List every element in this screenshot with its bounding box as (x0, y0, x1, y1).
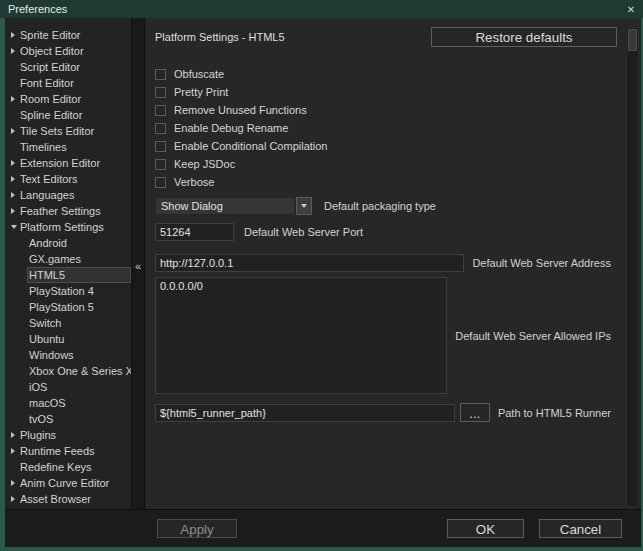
checkbox-row-verbose[interactable]: Verbose (155, 173, 611, 191)
sidebar-item-languages[interactable]: Languages (5, 187, 131, 203)
sidebar-item-redefine-keys[interactable]: Redefine Keys (5, 459, 131, 475)
runner-path-input[interactable] (155, 404, 455, 422)
close-icon[interactable]: ✕ (619, 4, 643, 15)
checkbox-row-obfuscate[interactable]: Obfuscate (155, 65, 611, 83)
collapse-sidebar-icon[interactable]: « (132, 260, 144, 272)
chevron-right-icon[interactable] (11, 96, 20, 102)
checkbox-label: Obfuscate (174, 68, 224, 80)
checkbox-row-pretty-print[interactable]: Pretty Print (155, 83, 611, 101)
chevron-right-icon[interactable] (11, 32, 20, 38)
sidebar-item-spline-editor[interactable]: Spline Editor (5, 107, 131, 123)
chevron-right-icon[interactable] (11, 432, 20, 438)
sidebar-item-ios[interactable]: iOS (27, 379, 131, 395)
page-title: Platform Settings - HTML5 (155, 31, 431, 43)
sidebar-item-playstation-5[interactable]: PlayStation 5 (27, 299, 131, 315)
sidebar-item-android[interactable]: Android (27, 235, 131, 251)
checkbox-verbose[interactable] (155, 177, 166, 188)
sidebar-item-extension-editor[interactable]: Extension Editor (5, 155, 131, 171)
checkbox-row-enable-conditional-compilation[interactable]: Enable Conditional Compilation (155, 137, 611, 155)
chevron-right-icon[interactable] (11, 192, 20, 198)
settings-scrollbar-thumb[interactable] (628, 29, 637, 51)
sidebar-item-switch[interactable]: Switch (27, 315, 131, 331)
preferences-window: Preferences ✕ Sprite EditorObject Editor… (0, 0, 643, 551)
checkbox-label: Enable Debug Rename (174, 122, 288, 134)
checkbox-pretty-print[interactable] (155, 87, 166, 98)
sidebar-item-label: Spline Editor (20, 109, 82, 121)
sidebar-item-text-editors[interactable]: Text Editors (5, 171, 131, 187)
sidebar-item-macos[interactable]: macOS (27, 395, 131, 411)
sidebar-item-label: Tile Sets Editor (20, 125, 94, 137)
packaging-type-select[interactable]: Show Dialog (155, 197, 312, 215)
sidebar-item-gx-games[interactable]: GX.games (27, 251, 131, 267)
sidebar-item-label: PlayStation 5 (29, 301, 94, 313)
sidebar-item-label: Redefine Keys (20, 461, 92, 473)
settings-scrollbar[interactable] (626, 27, 639, 507)
checkbox-remove-unused-functions[interactable] (155, 105, 166, 116)
sidebar-tree[interactable]: Sprite EditorObject EditorScript EditorF… (5, 18, 131, 509)
window-title: Preferences (0, 3, 619, 15)
checkbox-row-remove-unused-functions[interactable]: Remove Unused Functions (155, 101, 611, 119)
chevron-right-icon[interactable] (11, 480, 20, 486)
sidebar-item-timelines[interactable]: Timelines (5, 139, 131, 155)
packaging-type-value[interactable]: Show Dialog (155, 197, 295, 215)
allowed-ips-textarea[interactable]: 0.0.0.0/0 (155, 277, 447, 394)
sidebar-item-sprite-editor[interactable]: Sprite Editor (5, 27, 131, 43)
checkbox-label: Verbose (174, 176, 214, 188)
checkbox-keep-jsdoc[interactable] (155, 159, 166, 170)
sidebar-item-feather-settings[interactable]: Feather Settings (5, 203, 131, 219)
checkbox-label: Keep JSDoc (174, 158, 235, 170)
sidebar-item-xbox-one-series-x[interactable]: Xbox One & Series X (27, 363, 131, 379)
sidebar-item-runtime-feeds[interactable]: Runtime Feeds (5, 443, 131, 459)
checkbox-label: Remove Unused Functions (174, 104, 307, 116)
sidebar-item-label: Font Editor (20, 77, 74, 89)
checkbox-list: ObfuscatePretty PrintRemove Unused Funct… (155, 65, 611, 191)
sidebar-item-tile-sets-editor[interactable]: Tile Sets Editor (5, 123, 131, 139)
apply-button[interactable]: Apply (157, 519, 237, 538)
chevron-down-icon[interactable] (11, 225, 20, 229)
title-bar[interactable]: Preferences ✕ (0, 0, 643, 18)
chevron-right-icon[interactable] (11, 448, 20, 454)
sidebar-item-plugins[interactable]: Plugins (5, 427, 131, 443)
checkbox-row-enable-debug-rename[interactable]: Enable Debug Rename (155, 119, 611, 137)
chevron-right-icon[interactable] (11, 128, 20, 134)
sidebar-item-platform-settings[interactable]: Platform Settings (5, 219, 131, 235)
sidebar-item-room-editor[interactable]: Room Editor (5, 91, 131, 107)
sidebar-item-label: Runtime Feeds (20, 445, 95, 457)
allowed-ips-row: 0.0.0.0/0 Default Web Server Allowed IPs (155, 277, 611, 394)
panel-splitter[interactable]: « (131, 18, 145, 509)
settings-panel: Platform Settings - HTML5 Restore defaul… (145, 18, 641, 509)
restore-defaults-button[interactable]: Restore defaults (431, 27, 617, 47)
checkbox-enable-conditional-compilation[interactable] (155, 141, 166, 152)
settings-content: ObfuscatePretty PrintRemove Unused Funct… (153, 47, 641, 422)
settings-header: Platform Settings - HTML5 Restore defaul… (153, 18, 641, 47)
sidebar-item-asset-browser[interactable]: Asset Browser (5, 491, 131, 507)
chevron-down-icon[interactable] (296, 197, 312, 215)
sidebar-item-ubuntu[interactable]: Ubuntu (27, 331, 131, 347)
sidebar-item-playstation-4[interactable]: PlayStation 4 (27, 283, 131, 299)
web-server-address-input[interactable] (155, 254, 464, 272)
cancel-button[interactable]: Cancel (539, 519, 622, 538)
chevron-right-icon[interactable] (11, 160, 20, 166)
chevron-right-icon[interactable] (11, 48, 20, 54)
sidebar-item-windows[interactable]: Windows (27, 347, 131, 363)
runner-path-label: Path to HTML5 Runner (498, 407, 611, 419)
web-server-port-input[interactable] (155, 223, 234, 241)
sidebar-item-label: Plugins (20, 429, 56, 441)
sidebar-item-anim-curve-editor[interactable]: Anim Curve Editor (5, 475, 131, 491)
sidebar-item-tvos[interactable]: tvOS (27, 411, 131, 427)
sidebar-item-html5[interactable]: HTML5 (27, 267, 131, 283)
sidebar-item-label: Text Editors (20, 173, 77, 185)
chevron-right-icon[interactable] (11, 176, 20, 182)
sidebar-item-label: Asset Browser (20, 493, 91, 505)
sidebar-item-object-editor[interactable]: Object Editor (5, 43, 131, 59)
checkbox-enable-debug-rename[interactable] (155, 123, 166, 134)
sidebar-item-font-editor[interactable]: Font Editor (5, 75, 131, 91)
sidebar-item-label: Windows (29, 349, 74, 361)
browse-button[interactable]: ... (460, 403, 490, 422)
sidebar-item-script-editor[interactable]: Script Editor (5, 59, 131, 75)
chevron-right-icon[interactable] (11, 496, 20, 502)
chevron-right-icon[interactable] (11, 208, 20, 214)
checkbox-row-keep-jsdoc[interactable]: Keep JSDoc (155, 155, 611, 173)
checkbox-obfuscate[interactable] (155, 69, 166, 80)
ok-button[interactable]: OK (447, 519, 524, 538)
